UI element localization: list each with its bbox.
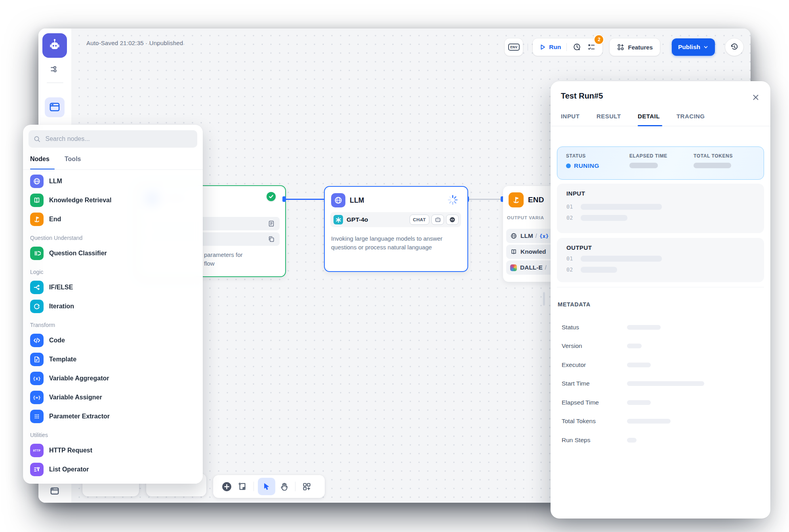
test-run-panel: Test Run#5 INPUT RESULT DETAIL TRACING S…: [551, 81, 770, 519]
tab-tools[interactable]: Tools: [65, 156, 81, 163]
close-icon: [752, 94, 759, 101]
sidebar-bottom-icon[interactable]: [49, 485, 61, 497]
header-divider: [528, 44, 528, 51]
node-item-if-else[interactable]: IF/ELSE: [29, 278, 200, 296]
output-card: OUTPUT 01 02: [557, 238, 764, 282]
env-button[interactable]: ENV: [505, 38, 523, 56]
node-item-variable-assigner[interactable]: {=} Variable Assigner: [29, 388, 200, 407]
node-item-knowledge-retrieval[interactable]: Knowledge Retrieval: [29, 191, 200, 209]
running-dot: [566, 163, 571, 168]
skeleton-bar: [627, 325, 661, 330]
pointer-tool-active[interactable]: [258, 478, 275, 495]
model-name: GPT-4o: [347, 216, 410, 223]
dalle-icon: [510, 264, 517, 271]
add-node-button[interactable]: [221, 481, 233, 492]
publish-button[interactable]: Publish: [672, 38, 715, 56]
stage: Auto-Saved 21:02:35 · Unpublished ENV Ru…: [0, 0, 789, 532]
run-button[interactable]: Run: [549, 44, 561, 51]
agent-badge[interactable]: [431, 215, 444, 225]
openai-icon: [334, 215, 343, 224]
llm-mini-icon: [510, 232, 517, 239]
search-box[interactable]: [29, 130, 197, 148]
row-number: 02: [566, 266, 581, 273]
node-item-llm[interactable]: LLM: [29, 172, 200, 190]
robot-icon: [47, 38, 63, 53]
output-variables-label: OUTPUT VARIA: [507, 215, 544, 220]
end-icon: [509, 192, 524, 207]
meta-label: Version: [562, 342, 627, 350]
history-button[interactable]: [725, 38, 743, 56]
skeleton-bar: [581, 256, 662, 262]
node-item-end[interactable]: End: [29, 210, 200, 228]
node-item-http-request[interactable]: HTTP HTTP Request: [29, 441, 200, 460]
tab-detail[interactable]: DETAIL: [638, 113, 660, 120]
meta-label: Executor: [562, 361, 627, 369]
sliders-icon[interactable]: [49, 63, 61, 75]
meta-label: Status: [562, 324, 627, 331]
hand-tool[interactable]: [278, 481, 290, 492]
skeleton-bar: [581, 267, 617, 273]
flag-icon: [30, 213, 44, 226]
book-icon: [30, 194, 44, 207]
node-item-code[interactable]: Code: [29, 331, 200, 350]
row-number: 01: [566, 255, 581, 262]
tab-tracing[interactable]: TRACING: [677, 113, 705, 120]
status-label: STATUS: [566, 153, 599, 159]
node-list: LLM Knowledge Retrieval End: [29, 172, 200, 479]
section-transform: Transform: [30, 320, 200, 330]
elapsed-time-label: ELAPSED TIME: [629, 153, 667, 159]
history-icon: [730, 43, 739, 51]
llm-icon: [30, 175, 44, 188]
checklist-badge: 2: [594, 34, 604, 45]
node-item-question-classifier[interactable]: Question Classifier: [29, 244, 200, 262]
start-output-handle[interactable]: [282, 196, 286, 202]
section-divider: [557, 287, 764, 287]
output-title: OUTPUT: [566, 244, 592, 251]
loading-spinner-icon: [448, 195, 458, 205]
close-button[interactable]: [751, 92, 761, 103]
skeleton-bar: [694, 163, 731, 168]
tab-nodes[interactable]: Nodes: [30, 156, 50, 163]
vision-badge[interactable]: [446, 215, 459, 225]
success-check-icon: [267, 192, 276, 201]
metadata-title: METADATA: [558, 301, 591, 308]
search-input[interactable]: [45, 135, 192, 143]
model-selector[interactable]: GPT-4o CHAT: [330, 212, 461, 227]
tab-underline: [30, 169, 55, 170]
meta-label: Start Time: [562, 380, 627, 387]
node-item-iteration[interactable]: Iteration: [29, 297, 200, 315]
node-search-panel: Nodes Tools LLM Kno: [23, 125, 203, 484]
skeleton-bar: [629, 163, 658, 168]
checklist-icon[interactable]: [587, 42, 596, 52]
canvas-controls: [213, 475, 325, 498]
app-logo[interactable]: [42, 33, 67, 58]
tab-result[interactable]: RESULT: [597, 113, 621, 120]
node-item-parameter-extractor[interactable]: Parameter Extractor: [29, 407, 200, 426]
llm-node[interactable]: LLM: [324, 186, 468, 272]
assigner-icon: {=}: [30, 391, 44, 404]
skeleton-bar: [627, 419, 671, 424]
sidebar-item-canvas[interactable]: [45, 97, 65, 117]
schedule-clock-icon[interactable]: [572, 42, 582, 52]
features-button[interactable]: Features: [610, 38, 660, 56]
window-icon: [49, 102, 60, 112]
env-icon: ENV: [508, 44, 519, 51]
node-item-list-operator[interactable]: List Operator: [29, 460, 200, 479]
section-question-understand: Question Understand: [30, 233, 200, 243]
node-item-variable-aggregator[interactable]: {x} Variable Aggregator: [29, 369, 200, 388]
skeleton-bar: [627, 400, 651, 405]
run-play-icon[interactable]: [539, 44, 546, 51]
add-note-button[interactable]: [236, 481, 248, 492]
run-panel-tabs: INPUT RESULT DETAIL TRACING: [551, 112, 770, 126]
http-icon: HTTP: [30, 444, 44, 457]
extractor-icon: [30, 410, 44, 423]
section-utilities: Utilities: [30, 430, 200, 440]
tab-input[interactable]: INPUT: [561, 113, 579, 120]
organize-layout-button[interactable]: [301, 481, 313, 492]
input-title: INPUT: [566, 190, 585, 197]
end-node-title: END: [528, 196, 544, 204]
edge-llm-end: [467, 199, 502, 200]
node-item-template[interactable]: Template: [29, 350, 200, 369]
row-number: 01: [566, 203, 581, 210]
panel-resize-handle[interactable]: [543, 292, 545, 306]
